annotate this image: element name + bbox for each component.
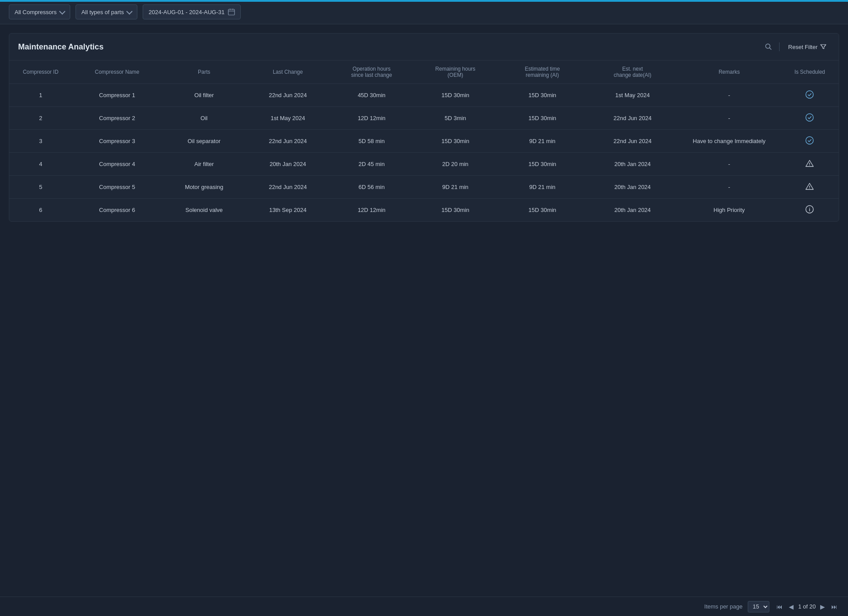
cell-last-change: 22nd Jun 2024	[246, 84, 330, 107]
svg-point-2	[806, 91, 814, 98]
cell-rem-hours: 15D 30min	[413, 199, 497, 222]
cell-parts: Oil	[162, 107, 246, 130]
svg-point-3	[806, 114, 814, 121]
check-circle-icon	[805, 113, 814, 122]
cell-id: 1	[9, 84, 72, 107]
warning-icon	[805, 159, 814, 168]
cell-name: Compressor 5	[72, 176, 162, 199]
cell-id: 6	[9, 199, 72, 222]
date-range-label: 2024-AUG-01 - 2024-AUG-31	[148, 9, 224, 15]
cell-rem-hours: 15D 30min	[413, 130, 497, 153]
next-page-button[interactable]: ▶	[818, 602, 827, 611]
svg-point-6	[810, 188, 810, 189]
cell-est-time: 15D 30min	[497, 84, 587, 107]
cell-name: Compressor 4	[72, 153, 162, 176]
col-header-parts: Parts	[162, 60, 246, 84]
cell-remarks: -	[678, 176, 780, 199]
table-row: 1 Compressor 1 Oil filter 22nd Jun 2024 …	[9, 84, 839, 107]
cell-est-next: 20th Jan 2024	[587, 153, 678, 176]
cell-scheduled	[781, 199, 839, 222]
cell-remarks: High Priority	[678, 199, 780, 222]
col-header-est-next: Est. nextchange date(AI)	[587, 60, 678, 84]
header-actions: Reset Filter	[763, 42, 830, 52]
prev-page-button[interactable]: ◀	[787, 602, 795, 611]
parts-filter-dropdown[interactable]: All types of parts	[76, 4, 137, 19]
page-info: 1 of 20	[798, 603, 816, 610]
cell-name: Compressor 1	[72, 84, 162, 107]
cell-parts: Oil separator	[162, 130, 246, 153]
col-header-rem-hours: Remaining hours(OEM)	[413, 60, 497, 84]
table-row: 4 Compressor 4 Air filter 20th Jan 2024 …	[9, 153, 839, 176]
main-content: Maintenance Analytics Reset Filter	[0, 24, 848, 231]
cell-id: 4	[9, 153, 72, 176]
cell-parts: Oil filter	[162, 84, 246, 107]
items-per-page-select[interactable]: 15 25 50	[748, 601, 769, 612]
cell-est-time: 9D 21 min	[497, 176, 587, 199]
cell-est-next: 1st May 2024	[587, 84, 678, 107]
pagination-controls: ⏮ ◀ 1 of 20 ▶ ⏭	[775, 602, 839, 611]
reset-filter-button[interactable]: Reset Filter	[785, 42, 830, 52]
cell-remarks: -	[678, 107, 780, 130]
cell-est-next: 20th Jan 2024	[587, 199, 678, 222]
cell-remarks: Have to change Immediately	[678, 130, 780, 153]
cell-parts: Air filter	[162, 153, 246, 176]
search-button[interactable]	[763, 42, 774, 52]
cell-scheduled	[781, 176, 839, 199]
footer: Items per page 15 25 50 ⏮ ◀ 1 of 20 ▶ ⏭	[0, 597, 848, 616]
cell-rem-hours: 9D 21 min	[413, 176, 497, 199]
filter-icon	[820, 44, 826, 50]
col-header-est-time: Estimated timeremaining (AI)	[497, 60, 587, 84]
last-page-button[interactable]: ⏭	[829, 602, 839, 611]
cell-name: Compressor 2	[72, 107, 162, 130]
table-row: 2 Compressor 2 Oil 1st May 2024 12D 12mi…	[9, 107, 839, 130]
svg-point-8	[810, 208, 810, 208]
cell-est-next: 20th Jan 2024	[587, 176, 678, 199]
table-row: 3 Compressor 3 Oil separator 22nd Jun 20…	[9, 130, 839, 153]
check-circle-icon	[805, 90, 814, 99]
table-row: 5 Compressor 5 Motor greasing 22nd Jun 2…	[9, 176, 839, 199]
compressor-filter-dropdown[interactable]: All Compressors	[9, 4, 70, 19]
cell-scheduled	[781, 107, 839, 130]
cell-parts: Motor greasing	[162, 176, 246, 199]
svg-rect-0	[228, 9, 235, 15]
cell-est-time: 15D 30min	[497, 199, 587, 222]
cell-last-change: 22nd Jun 2024	[246, 176, 330, 199]
top-bar: All Compressors All types of parts 2024-…	[0, 0, 848, 24]
cell-id: 3	[9, 130, 72, 153]
chevron-down-icon	[126, 8, 132, 14]
cell-op-hours: 12D 12min	[330, 199, 414, 222]
compressor-filter-label: All Compressors	[15, 9, 57, 15]
date-range-picker[interactable]: 2024-AUG-01 - 2024-AUG-31	[143, 4, 241, 19]
cell-op-hours: 45D 30min	[330, 84, 414, 107]
cell-remarks: -	[678, 153, 780, 176]
table-header: Compressor ID Compressor Name Parts Last…	[9, 60, 839, 84]
cell-scheduled	[781, 84, 839, 107]
cell-last-change: 13th Sep 2024	[246, 199, 330, 222]
cell-remarks: -	[678, 84, 780, 107]
svg-point-5	[810, 165, 810, 166]
cell-est-next: 22nd Jun 2024	[587, 130, 678, 153]
cell-rem-hours: 15D 30min	[413, 84, 497, 107]
cell-op-hours: 5D 58 min	[330, 130, 414, 153]
cell-scheduled	[781, 153, 839, 176]
panel-header: Maintenance Analytics Reset Filter	[9, 34, 839, 60]
cell-name: Compressor 6	[72, 199, 162, 222]
first-page-button[interactable]: ⏮	[775, 602, 784, 611]
cell-rem-hours: 5D 3min	[413, 107, 497, 130]
cell-est-time: 15D 30min	[497, 107, 587, 130]
cell-est-time: 15D 30min	[497, 153, 587, 176]
cell-last-change: 22nd Jun 2024	[246, 130, 330, 153]
cell-rem-hours: 2D 20 min	[413, 153, 497, 176]
col-header-last-change: Last Change	[246, 60, 330, 84]
cell-op-hours: 6D 56 min	[330, 176, 414, 199]
maintenance-table: Compressor ID Compressor Name Parts Last…	[9, 60, 839, 221]
warning-icon	[805, 182, 814, 191]
search-icon	[765, 43, 772, 50]
cell-est-time: 9D 21 min	[497, 130, 587, 153]
check-circle-icon	[805, 136, 814, 145]
col-header-remarks: Remarks	[678, 60, 780, 84]
panel-title: Maintenance Analytics	[18, 42, 103, 52]
chevron-down-icon	[59, 8, 65, 14]
cell-id: 5	[9, 176, 72, 199]
col-header-name: Compressor Name	[72, 60, 162, 84]
